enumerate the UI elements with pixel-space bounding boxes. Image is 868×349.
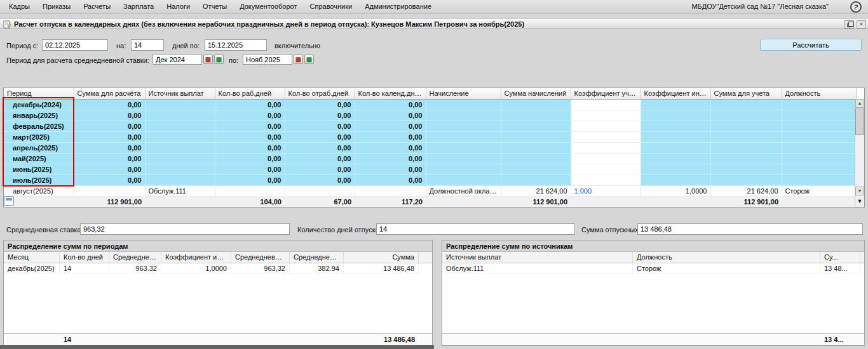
grid-column-header[interactable]: Период [4, 88, 74, 99]
grid-cell[interactable]: 0,00 [285, 174, 355, 185]
menu-item[interactable]: Зарплата [117, 0, 160, 13]
vertical-scrollbar[interactable]: ▲ ▼ ▼ [855, 99, 864, 207]
restore-window-icon[interactable] [844, 20, 854, 29]
grid-cell[interactable] [710, 121, 782, 131]
grid-cell[interactable] [571, 174, 641, 185]
grid-cell[interactable]: 0,00 [215, 142, 285, 153]
table-cell[interactable]: 1,0000 [161, 263, 231, 274]
vacation-days-input[interactable] [376, 223, 575, 235]
grid-cell[interactable] [571, 153, 641, 164]
column-header[interactable]: Коэффициент инд... [161, 252, 231, 263]
grid-cell[interactable] [782, 121, 856, 131]
grid-cell[interactable] [501, 142, 571, 153]
grid-cell[interactable]: февраль(2025) [4, 121, 74, 131]
grid-cell[interactable]: 21 624,00 [501, 185, 571, 196]
help-icon[interactable]: ? [849, 0, 862, 13]
grid-cell[interactable] [571, 121, 641, 131]
grid-cell[interactable] [571, 99, 641, 110]
grid-cell[interactable]: март(2025) [4, 131, 74, 142]
table-cell[interactable]: 963.32 [109, 263, 161, 274]
grid-cell[interactable]: 0,00 [215, 99, 285, 110]
grid-column-header[interactable]: Сумма для расчёта [74, 88, 145, 99]
grid-cell[interactable] [710, 99, 782, 110]
column-header[interactable]: Кол-во дней [60, 252, 109, 263]
column-header[interactable]: Сумма [344, 252, 419, 263]
grid-cell[interactable]: 0,00 [355, 131, 426, 142]
grid-cell[interactable]: 0,00 [355, 110, 426, 121]
grid-cell[interactable] [426, 174, 501, 185]
period-to-input[interactable] [205, 39, 267, 51]
grid-cell[interactable] [571, 131, 641, 142]
grid-cell[interactable] [571, 110, 641, 121]
grid-cell[interactable]: 0,00 [215, 174, 285, 185]
grid-cell[interactable]: 0,00 [285, 164, 355, 174]
grid-cell[interactable]: июль(2025) [4, 174, 74, 185]
menu-item[interactable]: Кадры [3, 0, 36, 13]
grid-cell[interactable] [710, 142, 782, 153]
grid-row[interactable]: декабрь(2024)0,000,000,000,00 [4, 99, 856, 110]
grid-totals-button[interactable] [4, 196, 14, 206]
scroll-down-icon[interactable]: ▼ [855, 187, 864, 195]
days-count-input[interactable] [131, 39, 164, 51]
grid-cell[interactable] [426, 99, 501, 110]
grid-column-header[interactable]: Коэффициент участия [571, 88, 641, 99]
grid-column-header[interactable]: Источник выплат [145, 88, 215, 99]
grid-cell[interactable]: 0,00 [285, 142, 355, 153]
grid-cell[interactable] [641, 153, 710, 164]
grid-cell[interactable]: декабрь(2024) [4, 99, 74, 110]
grid-cell[interactable]: 0,00 [74, 174, 145, 185]
grid-cell[interactable] [501, 99, 571, 110]
grid-column-header[interactable]: Коэффициент индекса... [641, 88, 710, 99]
grid-cell[interactable] [501, 174, 571, 185]
column-header[interactable]: Среднедневной... [290, 252, 344, 263]
grid-cell[interactable] [285, 185, 355, 196]
grid-cell[interactable]: 0,00 [285, 110, 355, 121]
grid-cell[interactable] [426, 121, 501, 131]
grid-cell[interactable] [426, 131, 501, 142]
grid-cell[interactable] [145, 121, 215, 131]
grid-row[interactable]: май(2025)0,000,000,000,00 [4, 153, 856, 164]
menu-item[interactable]: Отчеты [196, 0, 233, 13]
grid-cell[interactable] [710, 153, 782, 164]
grid-cell[interactable] [782, 142, 856, 153]
calendar-picker-icon[interactable]: ▦ [294, 55, 303, 64]
table-cell[interactable]: 14 [60, 263, 109, 274]
grid-row[interactable]: апрель(2025)0,000,000,000,00 [4, 142, 856, 153]
grid-cell[interactable] [782, 131, 856, 142]
grid-cell[interactable] [145, 174, 215, 185]
table-cell[interactable]: 963,32 [231, 263, 290, 274]
menu-item[interactable]: Расчеты [77, 0, 117, 13]
grid-cell[interactable]: Сторож [782, 185, 856, 196]
grid-cell[interactable] [426, 110, 501, 121]
menu-item[interactable]: Налоги [160, 0, 196, 13]
grid-cell[interactable] [782, 164, 856, 174]
grid-cell[interactable]: Обслуж.111 [145, 185, 215, 196]
grid-cell[interactable]: Должностной оклад об... [426, 185, 501, 196]
grid-cell[interactable]: 0,00 [355, 121, 426, 131]
grid-cell[interactable] [641, 164, 710, 174]
column-header[interactable]: Месяц [4, 252, 60, 263]
grid-cell[interactable] [426, 153, 501, 164]
grid-cell[interactable]: 0,00 [355, 164, 426, 174]
grid-cell[interactable]: 0,00 [215, 164, 285, 174]
table-row[interactable]: декабрь(2025)14963.321,0000963,32382.941… [4, 263, 432, 274]
column-header[interactable]: Среднедневной за... [231, 252, 290, 263]
grid-cell[interactable]: 0,00 [355, 153, 426, 164]
menu-item[interactable]: Справочники [304, 0, 359, 13]
vacation-sum-input[interactable] [637, 223, 863, 235]
grid-cell[interactable] [145, 142, 215, 153]
grid-cell[interactable]: 0,00 [285, 99, 355, 110]
calendar-clear-icon[interactable]: ▦ [214, 55, 224, 64]
grid-cell[interactable]: 0,00 [74, 110, 145, 121]
table-cell[interactable]: Обслуж.111 [442, 263, 633, 274]
grid-column-header[interactable]: Кол-во календ.дней [355, 88, 426, 99]
grid-cell[interactable] [641, 110, 710, 121]
grid-cell[interactable] [145, 131, 215, 142]
grid-cell[interactable] [145, 99, 215, 110]
grid-cell[interactable]: 0,00 [355, 99, 426, 110]
table-cell[interactable]: Сторож [633, 263, 820, 274]
grid-cell[interactable] [710, 110, 782, 121]
grid-cell[interactable] [710, 131, 782, 142]
grid-cell[interactable]: 0,00 [74, 142, 145, 153]
avg-rate-input[interactable] [80, 223, 290, 235]
